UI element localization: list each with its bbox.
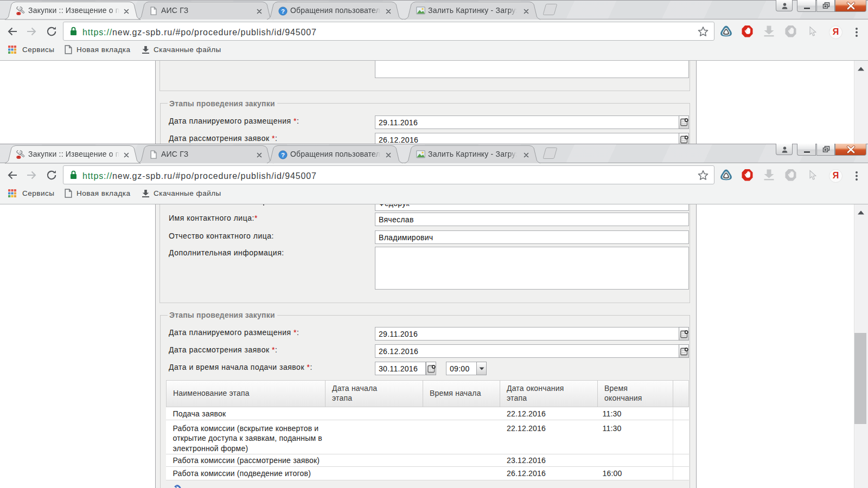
svg-text:?: ? — [281, 151, 285, 158]
svg-text:?: ? — [281, 8, 285, 14]
